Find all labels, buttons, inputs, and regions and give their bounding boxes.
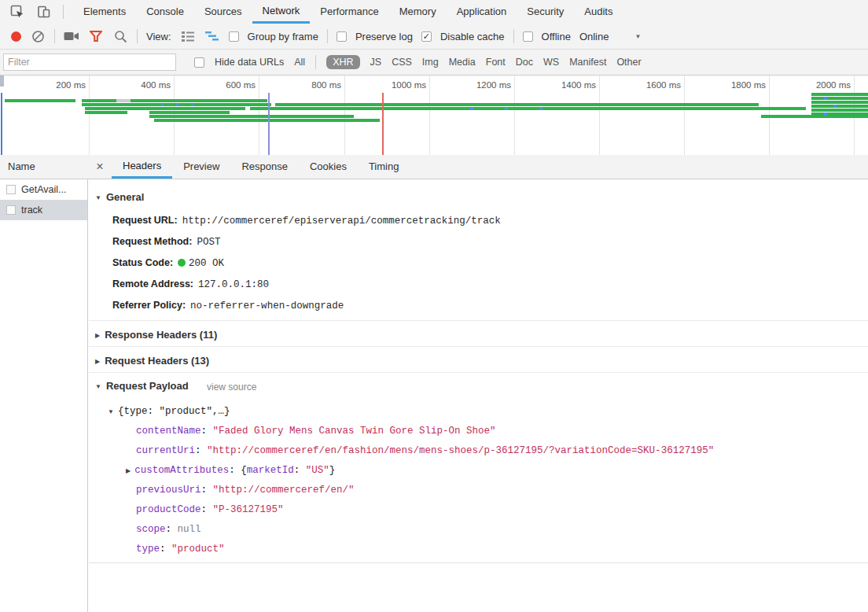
filter-bar: Hide data URLs All XHR JS CSS Img Media … xyxy=(0,50,868,76)
time-tick-label: 400 ms xyxy=(117,80,171,90)
payload-row-currenturi: currentUri: "http://commerceref/en/fashi… xyxy=(136,445,714,456)
record-button[interactable] xyxy=(11,31,21,42)
kv-key: Request Method: xyxy=(112,236,192,247)
tab-sources[interactable]: Sources xyxy=(194,0,252,24)
overview-corner xyxy=(0,76,4,87)
section-request-payload[interactable]: ▼Request Payload xyxy=(95,380,189,392)
preserve-log-checkbox[interactable] xyxy=(337,31,347,42)
filter-type-other[interactable]: Other xyxy=(616,57,641,68)
section-general[interactable]: ▼General xyxy=(95,191,144,203)
waterfall-overview[interactable]: 200 ms400 ms600 ms800 ms1000 ms1200 ms14… xyxy=(0,76,868,156)
tab-preview[interactable]: Preview xyxy=(172,155,230,179)
disable-cache-label: Disable cache xyxy=(440,31,505,42)
tab-application[interactable]: Application xyxy=(447,0,517,24)
tab-performance[interactable]: Performance xyxy=(310,0,388,24)
group-by-frame-checkbox[interactable] xyxy=(229,31,239,42)
filter-type-manifest[interactable]: Manifest xyxy=(569,57,606,68)
devtools-icon-group xyxy=(0,4,73,20)
payload-row-customattributes[interactable]: ▶customAttributes: {marketId: "US"} xyxy=(126,465,335,476)
waterfall-bar xyxy=(811,93,868,96)
payload-key: currentUri xyxy=(136,445,195,456)
inspect-element-icon[interactable] xyxy=(9,4,25,20)
disable-cache-checkbox[interactable]: ✓ xyxy=(421,31,432,42)
event-marker-line xyxy=(382,93,384,155)
event-marker-line xyxy=(1,93,2,155)
request-row-track[interactable]: track xyxy=(0,200,87,220)
filter-type-media[interactable]: Media xyxy=(449,57,476,68)
waterfall-bar xyxy=(539,107,542,110)
search-icon[interactable] xyxy=(112,28,128,44)
waterfall-bar xyxy=(154,119,380,122)
hide-data-urls-checkbox[interactable] xyxy=(194,57,204,68)
payload-row-contentname: contentName: "Faded Glory Mens Canvas Tw… xyxy=(136,426,496,437)
section-response-headers[interactable]: ▶Response Headers (11) xyxy=(95,329,217,341)
payload-root[interactable]: ▼{type: "product",…} xyxy=(108,406,230,417)
request-row-getavail[interactable]: GetAvail... xyxy=(0,179,87,200)
kv-value: 127.0.0.1:80 xyxy=(198,279,269,290)
waterfall-bar xyxy=(811,105,868,108)
kv-key: Request URL: xyxy=(112,215,178,226)
tab-console[interactable]: Console xyxy=(136,0,194,24)
payload-value: "P-36127195" xyxy=(213,504,284,515)
time-tick-label: 1600 ms xyxy=(627,80,681,90)
capture-screenshots-icon[interactable] xyxy=(64,28,79,44)
filter-type-all[interactable]: All xyxy=(294,57,305,68)
view-list-icon[interactable] xyxy=(180,28,196,44)
tab-elements[interactable]: Elements xyxy=(73,0,136,24)
throttling-select[interactable]: Online xyxy=(579,31,609,42)
section-request-payload-label: Request Payload xyxy=(106,380,189,392)
waterfall-bar xyxy=(161,103,164,106)
waterfall-bar xyxy=(470,107,473,110)
view-waterfall-icon[interactable] xyxy=(204,28,220,44)
tab-audits[interactable]: Audits xyxy=(574,0,623,24)
waterfall-bar xyxy=(275,103,759,106)
filter-type-font[interactable]: Font xyxy=(486,57,506,68)
waterfall-bar xyxy=(149,115,354,118)
divider xyxy=(54,29,55,43)
close-icon[interactable]: × xyxy=(88,160,112,174)
triangle-down-icon[interactable]: ▼ xyxy=(108,408,114,415)
kv-value: no-referrer-when-downgrade xyxy=(190,300,344,312)
triangle-right-icon[interactable]: ▶ xyxy=(126,467,131,474)
tab-security[interactable]: Security xyxy=(517,0,574,24)
filter-icon[interactable] xyxy=(88,28,104,44)
tab-cookies[interactable]: Cookies xyxy=(299,155,358,179)
tab-headers[interactable]: Headers xyxy=(112,155,172,179)
payload-value: "Faded Glory Mens Canvas Twin Gore Slip-… xyxy=(213,426,496,437)
payload-key: scope xyxy=(136,524,166,535)
waterfall-bar xyxy=(811,101,868,104)
waterfall-bar xyxy=(250,107,806,110)
view-source-link[interactable]: view source xyxy=(207,382,256,393)
name-column-header[interactable]: Name xyxy=(8,155,35,179)
divider xyxy=(89,562,868,563)
waterfall-bar xyxy=(811,97,868,100)
triangle-down-icon: ▼ xyxy=(95,194,101,201)
filter-type-ws[interactable]: WS xyxy=(543,57,559,68)
kv-key: Referrer Policy: xyxy=(112,300,186,311)
clear-icon[interactable] xyxy=(30,28,46,44)
kv-value: POST xyxy=(197,237,220,248)
tab-response[interactable]: Response xyxy=(230,155,299,179)
payload-sep: : xyxy=(166,524,178,535)
section-request-headers[interactable]: ▶Request Headers (13) xyxy=(95,355,209,367)
filter-type-img[interactable]: Img xyxy=(422,57,439,68)
filter-type-xhr[interactable]: XHR xyxy=(326,55,359,69)
filter-type-css[interactable]: CSS xyxy=(392,57,412,68)
status-ok-icon xyxy=(178,259,186,267)
filter-type-js[interactable]: JS xyxy=(370,57,382,68)
payload-sep: : xyxy=(195,445,207,456)
chevron-down-icon[interactable]: ▼ xyxy=(634,33,641,40)
filter-type-doc[interactable]: Doc xyxy=(516,57,533,68)
offline-checkbox[interactable] xyxy=(523,31,533,42)
waterfall-bar xyxy=(824,112,827,116)
device-toolbar-icon[interactable] xyxy=(36,4,52,20)
waterfall-bar xyxy=(5,99,75,102)
filter-input[interactable] xyxy=(3,53,176,71)
tab-network[interactable]: Network xyxy=(252,0,311,24)
headers-panel: ▼General Request URL:http://commerceref/… xyxy=(89,179,868,612)
check-icon: ✓ xyxy=(423,31,430,42)
tab-memory[interactable]: Memory xyxy=(389,0,447,24)
grid-line xyxy=(429,76,430,155)
waterfall-bar xyxy=(149,111,230,114)
tab-timing[interactable]: Timing xyxy=(358,155,410,179)
